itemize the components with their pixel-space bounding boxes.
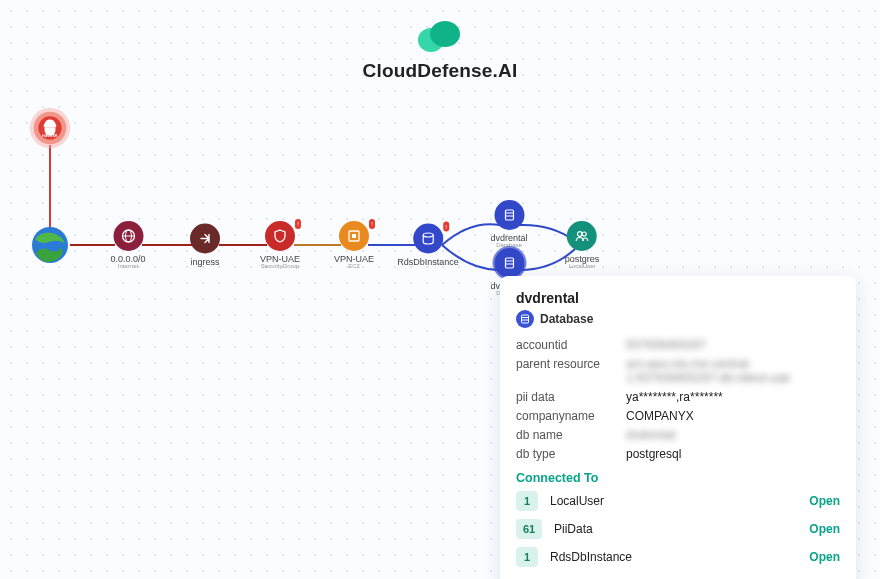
- svg-rect-20: [505, 210, 513, 220]
- kv-key: pii data: [516, 390, 626, 404]
- globe-icon: [30, 225, 70, 265]
- connected-type: RdsDbInstance: [550, 550, 809, 564]
- svg-rect-18: [352, 234, 356, 238]
- alert-badge-icon: !: [443, 222, 449, 232]
- connected-row: 61 PiiData Open: [516, 519, 840, 539]
- ec2-icon: !: [339, 221, 369, 251]
- kv-key: companyname: [516, 409, 626, 423]
- resource-detail-panel: dvdrental Database accountid937939493297…: [500, 276, 856, 579]
- node-local-user[interactable]: postgres LocalUser: [565, 221, 600, 269]
- svg-text:HACKER: HACKER: [42, 134, 58, 138]
- connected-row: 1 LocalUser Open: [516, 491, 840, 511]
- connected-type: LocalUser: [550, 494, 809, 508]
- security-group-icon: !: [265, 221, 295, 251]
- node-label: ingress: [190, 257, 220, 267]
- kv-value-redacted: 937939493297: [626, 338, 840, 352]
- panel-title: dvdrental: [516, 290, 840, 306]
- internet-icon: [113, 221, 143, 251]
- hacker-icon: HACKER: [29, 107, 71, 149]
- rds-icon: !: [413, 224, 443, 254]
- svg-rect-28: [522, 315, 529, 323]
- kv-key: db name: [516, 428, 626, 442]
- connected-count: 61: [516, 519, 542, 539]
- kv-key: parent resource: [516, 357, 626, 385]
- node-database-top[interactable]: dvdrental Database: [490, 200, 527, 248]
- database-icon: [516, 310, 534, 328]
- node-hacker[interactable]: HACKER: [29, 107, 71, 149]
- svg-rect-11: [44, 124, 56, 127]
- node-label: RdsDbInstance: [397, 257, 459, 267]
- svg-point-26: [578, 232, 583, 237]
- connected-count: 1: [516, 491, 538, 511]
- node-security-group[interactable]: ! VPN-UAE SecurityGroup: [260, 221, 300, 269]
- node-sublabel: LocalUser: [565, 263, 600, 269]
- open-link[interactable]: Open: [809, 550, 840, 564]
- svg-point-27: [583, 232, 587, 236]
- kv-key: db type: [516, 447, 626, 461]
- node-internet[interactable]: 0.0.0.0/0 Internet: [110, 221, 145, 269]
- node-sublabel: SecurityGroup: [260, 263, 300, 269]
- alert-badge-icon: !: [295, 219, 301, 229]
- node-ec2[interactable]: ! VPN-UAE EC2: [334, 221, 374, 269]
- open-link[interactable]: Open: [809, 494, 840, 508]
- connected-type: PiiData: [554, 522, 809, 536]
- connected-header: Connected To: [516, 471, 840, 485]
- kv-value: postgresql: [626, 447, 840, 461]
- svg-rect-23: [505, 258, 513, 268]
- open-link[interactable]: Open: [809, 522, 840, 536]
- panel-type: Database: [540, 312, 593, 326]
- ingress-icon: [190, 224, 220, 254]
- node-globe[interactable]: [30, 225, 70, 265]
- kv-value-redacted: dvdrental: [626, 428, 840, 442]
- node-rds[interactable]: ! RdsDbInstance: [397, 224, 459, 267]
- alert-badge-icon: !: [369, 219, 375, 229]
- node-ingress[interactable]: ingress: [190, 224, 220, 267]
- kv-key: accountid: [516, 338, 626, 352]
- database-icon: [494, 200, 524, 230]
- svg-point-19: [423, 233, 433, 237]
- kv-value: COMPANYX: [626, 409, 840, 423]
- connected-count: 1: [516, 547, 538, 567]
- kv-value: ya********,ra*******: [626, 390, 840, 404]
- kv-value-redacted: arn:aws:rds:me-central-1:937939493297:db…: [626, 357, 840, 385]
- database-icon: [494, 248, 524, 278]
- connected-row: 1 RdsDbInstance Open: [516, 547, 840, 567]
- user-icon: [567, 221, 597, 251]
